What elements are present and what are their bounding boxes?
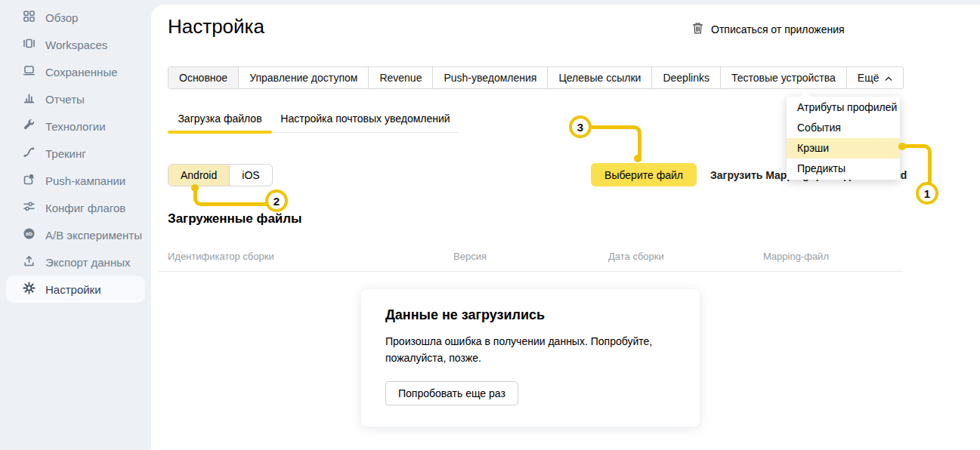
choose-file-button[interactable]: Выберите файл bbox=[591, 163, 697, 186]
column-header-build-id: Идентификатор сборки bbox=[168, 251, 274, 262]
export-icon bbox=[23, 254, 36, 270]
bar-chart-icon bbox=[23, 91, 36, 106]
settings-subtabs: Загрузка файлов Настройка почтовых уведо… bbox=[168, 108, 459, 133]
sidebar-item-workspaces[interactable]: Workspaces bbox=[6, 31, 145, 58]
tab-test-devices[interactable]: Тестовые устройства bbox=[720, 67, 846, 88]
callout-2-line bbox=[193, 190, 269, 206]
callout-1-line bbox=[904, 144, 932, 187]
subtab-email-notifications[interactable]: Настройка почтовых уведомлений bbox=[272, 108, 459, 132]
sidebar-item-label: Workspaces bbox=[45, 39, 107, 51]
sidebar-item-settings[interactable]: Настройки bbox=[6, 276, 145, 303]
callout-3-badge: 3 bbox=[569, 116, 592, 138]
callout-3-dot bbox=[634, 155, 641, 162]
sidebar-item-label: Трекинг bbox=[45, 147, 86, 160]
platform-android[interactable]: Android bbox=[168, 165, 230, 186]
push-bell-icon bbox=[23, 173, 36, 188]
sidebar-item-label: Технологии bbox=[45, 120, 106, 133]
sidebar-item-label: Отчеты bbox=[45, 93, 85, 106]
tab-more-label: Ещё bbox=[858, 67, 880, 88]
callout-2-badge: 2 bbox=[265, 190, 288, 212]
settings-tabbar: Основное Управление доступом Revenue Pus… bbox=[168, 66, 904, 89]
callout-1-dot bbox=[898, 143, 906, 150]
sliders-icon bbox=[23, 200, 36, 215]
tab-access-management[interactable]: Управление доступом bbox=[238, 67, 368, 88]
tab-push-notifications[interactable]: Push-уведомления bbox=[432, 67, 547, 88]
wrench-icon bbox=[23, 119, 36, 134]
workspaces-icon bbox=[23, 37, 36, 52]
tab-revenue[interactable]: Revenue bbox=[368, 67, 432, 88]
ab-experiments-icon: ab bbox=[23, 227, 36, 242]
menu-item-crashes[interactable]: Крэши bbox=[787, 138, 900, 159]
callout-2-dot bbox=[191, 184, 199, 192]
svg-text:ab: ab bbox=[26, 230, 32, 237]
tab-general[interactable]: Основное bbox=[168, 67, 238, 88]
sidebar-item-push-campaigns[interactable]: Push-кампании bbox=[6, 167, 145, 194]
appmetrica-settings-page: Обзор Workspaces Сохраненные Отчеты Техн… bbox=[0, 0, 980, 450]
callout-1-badge: 1 bbox=[916, 182, 938, 205]
sidebar-item-label: Push-кампании bbox=[45, 174, 125, 187]
sidebar-item-tracking[interactable]: Трекинг bbox=[6, 140, 145, 167]
unsubscribe-label: Отписаться от приложения bbox=[711, 23, 845, 35]
subtab-file-upload[interactable]: Загрузка файлов bbox=[168, 108, 272, 132]
more-dropdown-menu: Атрибуты профилей События Крэши Предикты bbox=[787, 97, 900, 180]
unsubscribe-button[interactable]: Отписаться от приложения bbox=[692, 22, 845, 37]
menu-item-events[interactable]: События bbox=[787, 118, 900, 138]
sidebar: Обзор Workspaces Сохраненные Отчеты Техн… bbox=[0, 0, 151, 450]
error-title: Данные не загрузились bbox=[385, 307, 675, 323]
retry-button[interactable]: Попробовать еще раз bbox=[385, 381, 518, 405]
tab-deeplinks[interactable]: Deeplinks bbox=[651, 67, 719, 88]
route-icon bbox=[23, 146, 36, 161]
platform-ios[interactable]: iOS bbox=[230, 165, 271, 186]
sidebar-item-config-flags[interactable]: Конфиг флагов bbox=[6, 194, 145, 221]
files-section-heading: Загруженные файлы bbox=[168, 211, 302, 227]
sidebar-item-ab-experiments[interactable]: ab A/B эксперименты bbox=[6, 221, 145, 248]
sidebar-item-overview[interactable]: Обзор bbox=[6, 4, 145, 31]
column-header-version: Версия bbox=[453, 251, 487, 262]
gear-icon bbox=[23, 282, 36, 297]
platform-toggle: Android iOS bbox=[168, 164, 273, 186]
error-message: Произошла ошибка в получении данных. Поп… bbox=[385, 334, 672, 366]
tab-more[interactable]: Ещё bbox=[846, 67, 904, 88]
tab-target-links[interactable]: Целевые ссылки bbox=[547, 67, 651, 88]
laptop-icon bbox=[23, 64, 36, 79]
page-title: Настройка bbox=[168, 15, 264, 39]
trash-icon bbox=[692, 22, 703, 37]
sidebar-item-label: Обзор bbox=[45, 11, 78, 24]
sidebar-item-reports[interactable]: Отчеты bbox=[6, 85, 145, 112]
sidebar-item-saved[interactable]: Сохраненные bbox=[6, 58, 145, 85]
error-card: Данные не загрузились Произошла ошибка в… bbox=[361, 289, 700, 427]
sidebar-item-technologies[interactable]: Технологии bbox=[6, 112, 145, 140]
sidebar-item-label: Настройки bbox=[45, 283, 101, 296]
column-header-build-date: Дата сборки bbox=[608, 251, 664, 262]
menu-item-predicts[interactable]: Предикты bbox=[787, 159, 900, 179]
chevron-up-icon bbox=[885, 67, 892, 88]
sidebar-item-label: A/B эксперименты bbox=[45, 229, 142, 242]
sidebar-item-label: Экспорт данных bbox=[45, 256, 130, 269]
column-header-mapping-file: Mapping-файл bbox=[763, 251, 829, 262]
sidebar-item-label: Сохраненные bbox=[45, 66, 118, 79]
sidebar-item-data-export[interactable]: Экспорт данных bbox=[6, 248, 145, 276]
table-header-divider bbox=[159, 271, 903, 272]
sidebar-item-label: Конфиг флагов bbox=[45, 202, 125, 214]
grid-icon bbox=[23, 10, 36, 25]
